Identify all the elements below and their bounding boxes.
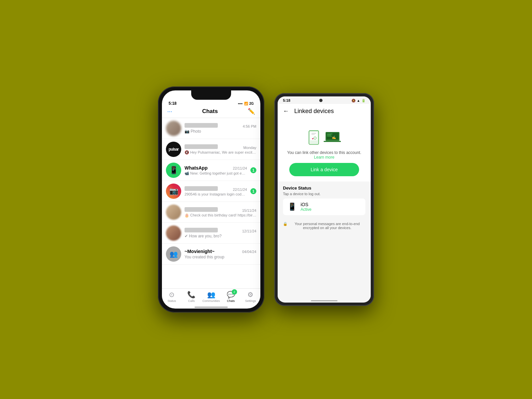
chat-list: 4:56 PM 📷 Photo pulsar Monday 🔇 Hey Puls… xyxy=(162,118,260,288)
android-screen: 5:18 🔕 ▲ 🔋 ← Linked devices xyxy=(278,96,371,303)
svg-rect-9 xyxy=(327,135,331,135)
avatar: 📷 xyxy=(166,184,181,199)
chat-preview: 🔇 Hey Pulsarmaniac, We are super excited… xyxy=(185,150,256,155)
iphone-notch xyxy=(191,90,231,100)
chat-time: 4:56 PM xyxy=(243,124,256,128)
chat-item[interactable]: pulsar Monday 🔇 Hey Pulsarmaniac, We are… xyxy=(162,139,260,160)
chat-preview: 📹 New: Getting together just got easier … xyxy=(185,171,247,176)
chat-time: 04/04/24 xyxy=(242,250,256,254)
chat-item[interactable]: 15/11/24 🎂 Check out this birthday card!… xyxy=(162,202,260,223)
tab-status[interactable]: ⊙ Status xyxy=(162,291,182,303)
chat-item[interactable]: 📷 22/11/24 290546 is your Instagram logi… xyxy=(162,181,260,202)
chat-content: 12/11/24 ✔ How are you, bro? xyxy=(185,228,256,238)
iphone-screen: 5:18 ▪▪▪▪ 📶 2G ··· Chats ✏️ xyxy=(162,90,260,309)
chat-content: Monday 🔇 Hey Pulsarmaniac, We are super … xyxy=(185,144,256,155)
encryption-text: Your personal messages are end-to-end en… xyxy=(289,222,365,230)
chat-name-blurred xyxy=(185,207,218,212)
signal-icon: 🔕 xyxy=(351,99,355,102)
android-status-icons: 🔕 ▲ 🔋 xyxy=(351,99,365,102)
compose-icon[interactable]: ✏️ xyxy=(248,108,255,115)
iphone-status-bar: 5:18 ▪▪▪▪ 📶 2G xyxy=(162,100,260,106)
chat-time: 12/11/24 xyxy=(242,229,256,233)
chat-item[interactable]: 👥 ~Movienight~ 04/04/24 You created this… xyxy=(162,244,260,265)
chat-name-blurred xyxy=(185,123,218,128)
android-time: 5:18 xyxy=(283,98,290,102)
android-camera xyxy=(319,99,323,102)
device-name: iOS xyxy=(301,202,312,207)
communities-icon: 👥 xyxy=(207,291,215,299)
chat-right: 1 xyxy=(250,167,256,173)
avatar xyxy=(166,204,181,220)
device-status-title: Device Status xyxy=(283,186,365,191)
avatar xyxy=(166,225,181,241)
iphone-time: 5:18 xyxy=(169,101,177,106)
device-item-ios[interactable]: 📱 iOS Active xyxy=(283,199,365,215)
chat-preview: 📷 Photo xyxy=(185,129,256,134)
communities-label: Communities xyxy=(202,299,220,303)
chat-name-blurred xyxy=(185,186,218,191)
lock-icon: 🔒 xyxy=(283,222,288,226)
chat-item[interactable]: 12/11/24 ✔ How are you, bro? xyxy=(162,223,260,244)
calls-label: Calls xyxy=(188,299,195,303)
chat-time: 22/11/24 xyxy=(233,166,247,170)
home-indicator xyxy=(195,307,228,308)
avatar: 👥 xyxy=(166,246,181,262)
network-label: 2G xyxy=(249,102,254,105)
chats-badge: 2 xyxy=(232,289,237,295)
ios-device-icon: 📱 xyxy=(288,202,297,211)
chat-name: WhatsApp xyxy=(185,165,207,171)
chat-preview: ✔ How are you, bro? xyxy=(185,234,256,238)
chat-preview: You created this group xyxy=(185,255,256,259)
linked-hero: ♥ ✍ You c xyxy=(278,119,371,182)
android-home-indicator xyxy=(311,300,337,301)
device-status: Active xyxy=(301,207,312,212)
svg-rect-2 xyxy=(312,133,316,134)
svg-point-5 xyxy=(314,137,316,139)
svg-rect-12 xyxy=(324,141,341,142)
back-button[interactable]: ← xyxy=(283,108,289,115)
chat-content: WhatsApp 22/11/24 📹 New: Getting togethe… xyxy=(185,165,247,176)
tab-communities[interactable]: 👥 Communities xyxy=(201,291,221,303)
chat-item[interactable]: 📱 WhatsApp 22/11/24 📹 New: Getting toget… xyxy=(162,160,260,181)
linked-devices-body: ♥ ✍ You c xyxy=(278,119,371,298)
linked-devices-header: ← Linked devices xyxy=(278,104,371,119)
device-status-sub: Tap a device to log out. xyxy=(283,192,365,196)
wifi-icon: ▲ xyxy=(357,99,360,102)
android-device: 5:18 🔕 ▲ 🔋 ← Linked devices xyxy=(274,93,374,306)
encryption-note: 🔒 Your personal messages are end-to-end … xyxy=(278,219,371,232)
iphone-status-icons: ▪▪▪▪ 📶 2G xyxy=(238,102,254,105)
settings-icon: ⚙ xyxy=(247,291,253,299)
unread-badge: 1 xyxy=(250,188,256,194)
tab-settings[interactable]: ⚙ Settings xyxy=(241,291,260,303)
tab-chats[interactable]: 💬 2 Chats xyxy=(221,291,241,303)
wifi-symbol: 📶 xyxy=(244,102,248,105)
settings-label: Settings xyxy=(245,299,256,303)
chat-time: 15/11/24 xyxy=(242,208,256,212)
linked-description: You can link other devices to this accou… xyxy=(283,150,365,160)
scene: 5:18 ▪▪▪▪ 📶 2G ··· Chats ✏️ xyxy=(158,86,374,313)
link-device-button[interactable]: Link a device xyxy=(289,163,359,176)
svg-rect-10 xyxy=(327,136,332,137)
wifi-icon: ▪▪▪▪ xyxy=(238,102,242,105)
chats-label: Chats xyxy=(227,299,235,303)
chat-time: 22/11/24 xyxy=(233,188,247,192)
device-info: iOS Active xyxy=(301,202,312,212)
chat-preview: 🎂 Check out this birthday card! https://… xyxy=(185,213,256,217)
svg-text:✍: ✍ xyxy=(332,135,336,140)
more-options-icon[interactable]: ··· xyxy=(167,108,172,115)
learn-more-link[interactable]: Learn more xyxy=(314,155,334,160)
chat-time: Monday xyxy=(243,146,256,150)
android-status-bar: 5:18 🔕 ▲ 🔋 xyxy=(278,96,371,104)
avatar: 📱 xyxy=(166,163,181,178)
chat-right: 1 xyxy=(250,188,256,194)
avatar: pulsar xyxy=(166,142,181,157)
chats-tab-wrapper: 💬 2 xyxy=(227,291,235,299)
chat-item[interactable]: 4:56 PM 📷 Photo xyxy=(162,118,260,139)
chat-content: ~Movienight~ 04/04/24 You created this g… xyxy=(185,249,256,259)
chats-title: Chats xyxy=(202,108,218,115)
chat-preview: 290546 is your Instagram login code. It … xyxy=(185,192,247,196)
iphone-device: 5:18 ▪▪▪▪ 📶 2G ··· Chats ✏️ xyxy=(158,86,264,313)
whatsapp-header: ··· Chats ✏️ xyxy=(162,106,260,118)
ios-tabbar: ⊙ Status 📞 Calls 👥 Communities 💬 2 Ch xyxy=(162,288,260,305)
tab-calls[interactable]: 📞 Calls xyxy=(182,291,201,303)
